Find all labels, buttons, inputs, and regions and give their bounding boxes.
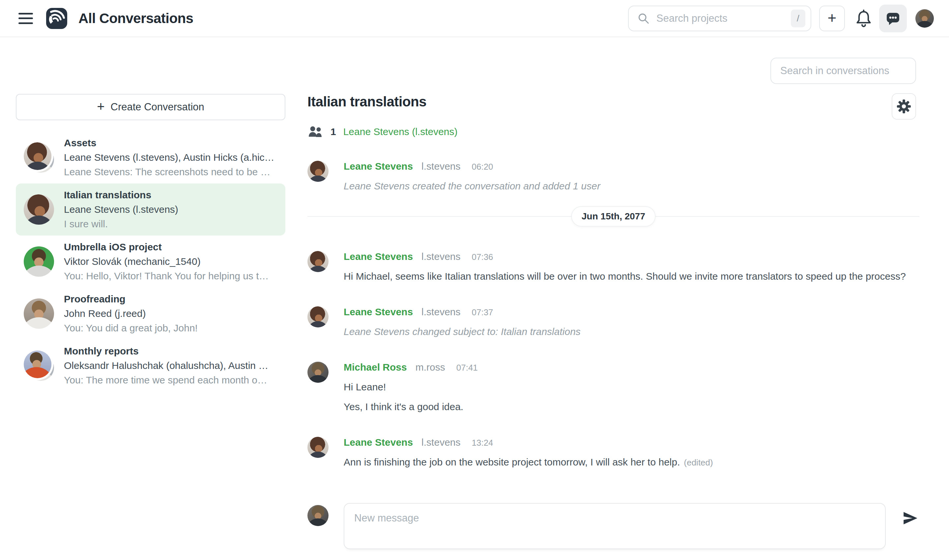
conversation-preview: You: You did a great job, John! bbox=[64, 321, 198, 335]
date-chip: Jun 15th, 2077 bbox=[571, 206, 656, 227]
app-logo-icon[interactable] bbox=[46, 8, 67, 29]
message-author-link[interactable]: Leane Stevens bbox=[344, 306, 413, 318]
message-time: 07:37 bbox=[472, 307, 493, 318]
conversation-sidebar: + Create Conversation Assets Leane Steve… bbox=[16, 94, 285, 392]
message-username: l.stevens bbox=[421, 251, 460, 262]
avatar bbox=[24, 246, 54, 277]
message: Leane Stevens l.stevens 07:36 Hi Michael… bbox=[307, 251, 919, 284]
new-message-input[interactable] bbox=[344, 503, 886, 549]
message-composer bbox=[307, 503, 919, 549]
search-in-conversations-input[interactable] bbox=[770, 58, 916, 84]
edited-tag: (edited) bbox=[684, 458, 713, 468]
message-author-link[interactable]: Michael Ross bbox=[344, 362, 407, 373]
avatar bbox=[307, 161, 328, 182]
system-message-text: Leane Stevens changed subject to: Italia… bbox=[344, 324, 919, 339]
conversation-title: Assets bbox=[64, 136, 274, 150]
message-username: l.stevens bbox=[421, 437, 460, 448]
avatar-stack bbox=[24, 142, 54, 172]
date-divider: Jun 15th, 2077 bbox=[307, 216, 919, 217]
message-time: 06:20 bbox=[472, 162, 493, 172]
avatar bbox=[24, 194, 54, 225]
message-author-link[interactable]: Leane Stevens bbox=[344, 437, 413, 448]
send-button[interactable] bbox=[901, 509, 919, 528]
avatar bbox=[307, 437, 328, 458]
message-text: Hi Leane! bbox=[344, 380, 919, 395]
message-author-link[interactable]: Leane Stevens bbox=[344, 161, 413, 172]
avatar-stack bbox=[24, 351, 54, 381]
conversation-list: Assets Leane Stevens (l.stevens), Austin… bbox=[16, 131, 285, 392]
conversation-item-assets[interactable]: Assets Leane Stevens (l.stevens), Austin… bbox=[16, 131, 285, 183]
participant-link[interactable]: Leane Stevens (l.stevens) bbox=[344, 126, 458, 137]
conversation-participants: John Reed (j.reed) bbox=[64, 306, 198, 321]
message-username: m.ross bbox=[416, 362, 445, 373]
avatar bbox=[307, 306, 328, 328]
message-thread: Leane Stevens l.stevens 06:20 Leane Stev… bbox=[307, 161, 919, 492]
conversation-preview: You: The more time we spend each month o… bbox=[64, 373, 268, 388]
conversation-participants: Leane Stevens (l.stevens), Austin Hicks … bbox=[64, 150, 274, 165]
conversation-title: Monthly reports bbox=[64, 344, 268, 358]
conversation-preview: You: Hello, Viktor! Thank You for helpin… bbox=[64, 269, 269, 283]
conversation-participants: Viktor Slovák (mechanic_1540) bbox=[64, 254, 269, 269]
composer-avatar bbox=[307, 505, 328, 526]
message-text: Yes, I think it's a good idea. bbox=[344, 399, 919, 414]
conversation-participants: Oleksandr Halushchak (ohalushcha), Austi… bbox=[64, 358, 268, 373]
participants-row: 1 Leane Stevens (l.stevens) bbox=[308, 126, 458, 137]
conversation-title: Proofreading bbox=[64, 292, 198, 306]
chat-title: Italian translations bbox=[307, 94, 427, 110]
avatar bbox=[24, 298, 54, 329]
hamburger-menu-icon[interactable] bbox=[18, 13, 33, 24]
create-conversation-button[interactable]: + Create Conversation bbox=[16, 94, 285, 120]
conversation-item-monthly-reports[interactable]: Monthly reports Oleksandr Halushchak (oh… bbox=[16, 340, 285, 392]
conversation-item-umbrella-ios[interactable]: Umbrella iOS project Viktor Slovák (mech… bbox=[16, 235, 285, 288]
avatar bbox=[307, 362, 328, 383]
conversation-title: Umbrella iOS project bbox=[64, 240, 269, 254]
message-username: l.stevens bbox=[421, 161, 460, 172]
avatar bbox=[307, 251, 328, 272]
message-username: l.stevens bbox=[421, 306, 460, 318]
page-title: All Conversations bbox=[79, 11, 193, 26]
message: Leane Stevens l.stevens 13:24 Ann is fin… bbox=[307, 437, 919, 470]
gear-icon bbox=[896, 99, 911, 114]
message-text: Ann is finishing the job on the website … bbox=[344, 457, 680, 468]
message: Leane Stevens l.stevens 06:20 Leane Stev… bbox=[307, 161, 919, 194]
conversation-participants: Leane Stevens (l.stevens) bbox=[64, 202, 178, 217]
system-message-text: Leane Stevens created the conversation a… bbox=[344, 178, 919, 194]
conversation-item-italian-translations[interactable]: Italian translations Leane Stevens (l.st… bbox=[16, 183, 285, 235]
conversation-item-proofreading[interactable]: Proofreading John Reed (j.reed) You: You… bbox=[16, 288, 285, 340]
conversation-settings-button[interactable] bbox=[892, 93, 916, 120]
conversation-preview: Leane Stevens: The screenshots need to b… bbox=[64, 165, 274, 179]
message-time: 13:24 bbox=[472, 438, 493, 448]
avatar bbox=[24, 351, 51, 378]
message-time: 07:41 bbox=[456, 363, 478, 373]
avatar bbox=[24, 142, 51, 170]
send-icon bbox=[902, 510, 918, 526]
message: Michael Ross m.ross 07:41 Hi Leane! Yes,… bbox=[307, 362, 919, 414]
participants-count: 1 bbox=[331, 126, 336, 137]
message-text: Hi Michael, seems like Italian translati… bbox=[344, 269, 919, 284]
plus-icon: + bbox=[97, 100, 105, 113]
message: Leane Stevens l.stevens 07:37 Leane Stev… bbox=[307, 306, 919, 339]
create-conversation-label: Create Conversation bbox=[111, 101, 204, 113]
conversation-preview: I sure will. bbox=[64, 217, 178, 231]
conversation-title: Italian translations bbox=[64, 188, 178, 202]
message-time: 07:36 bbox=[472, 252, 493, 262]
people-icon bbox=[308, 126, 323, 137]
chat-panel: Italian translations 1 Leane Stevens (l.… bbox=[307, 0, 919, 560]
message-author-link[interactable]: Leane Stevens bbox=[344, 251, 413, 262]
